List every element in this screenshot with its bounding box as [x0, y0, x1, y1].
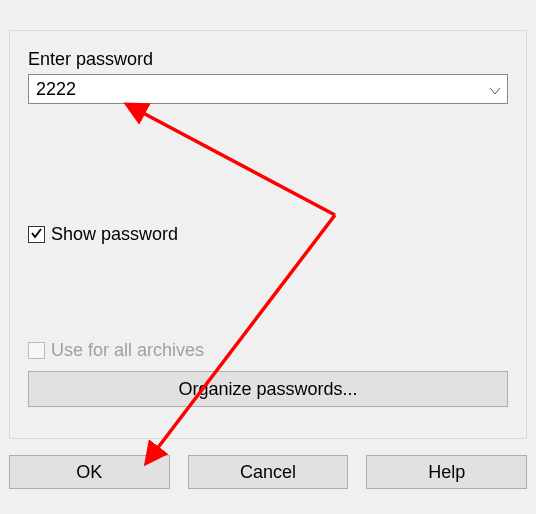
chevron-down-icon — [490, 80, 500, 98]
show-password-row: Show password — [28, 224, 508, 245]
password-input[interactable] — [28, 74, 508, 104]
password-dropdown-button[interactable] — [483, 75, 507, 103]
help-button[interactable]: Help — [366, 455, 527, 489]
use-all-archives-checkbox — [28, 342, 45, 359]
checkmark-icon — [30, 224, 43, 245]
use-all-archives-row: Use for all archives — [28, 340, 508, 361]
organize-passwords-button[interactable]: Organize passwords... — [28, 371, 508, 407]
ok-button[interactable]: OK — [9, 455, 170, 489]
show-password-checkbox[interactable] — [28, 226, 45, 243]
enter-password-label: Enter password — [28, 49, 508, 70]
dialog-button-row: OK Cancel Help — [9, 455, 527, 489]
show-password-label: Show password — [51, 224, 178, 245]
use-all-archives-label: Use for all archives — [51, 340, 204, 361]
dialog-panel: Enter password Show password Use for all… — [9, 30, 527, 439]
cancel-button[interactable]: Cancel — [188, 455, 349, 489]
password-row — [28, 74, 508, 104]
